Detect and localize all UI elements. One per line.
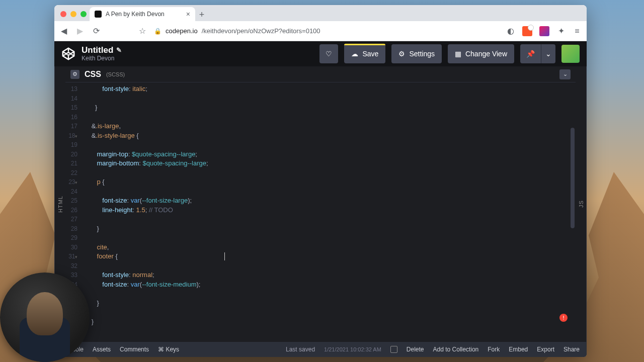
assets-button[interactable]: Assets (93, 346, 111, 353)
share-button[interactable]: Share (564, 346, 580, 353)
layout-icon: ▦ (455, 50, 461, 58)
codepen-header: Untitled ✎ Keith Devon ♡ ☁ Save ⚙ Settin… (54, 41, 587, 66)
panel-menu-icon[interactable]: ⌄ (559, 69, 571, 79)
webcam-overlay (0, 273, 90, 362)
comments-button[interactable]: Comments (120, 346, 149, 353)
new-tab-button[interactable]: + (195, 8, 208, 21)
embed-button[interactable]: Embed (509, 346, 528, 353)
export-button[interactable]: Export (537, 346, 554, 353)
fork-button[interactable]: Fork (488, 346, 500, 353)
editor-workspace: HTML ⚙ CSS (SCSS) ⌄ 131415161718 ▾192021… (54, 66, 587, 342)
pen-author[interactable]: Keith Devon (82, 55, 122, 62)
panel-sublang: (SCSS) (106, 71, 125, 77)
pen-title-block: Untitled ✎ Keith Devon (82, 46, 122, 62)
codepen-logo-icon[interactable] (61, 47, 75, 61)
last-saved-time: 1/21/2021 10:02:32 AM (324, 346, 381, 352)
popout-icon[interactable] (390, 346, 397, 353)
panel-lang: CSS (85, 70, 101, 79)
extension-triangle-icon[interactable] (539, 26, 549, 36)
translate-icon[interactable]: ◐ (506, 27, 515, 36)
browser-menu-icon[interactable]: ≡ (573, 27, 582, 36)
heart-icon: ♡ (326, 50, 332, 58)
extension-shield-icon[interactable] (522, 26, 532, 36)
pin-dropdown-button[interactable]: ⌄ (541, 44, 555, 63)
change-view-button[interactable]: ▦ Change View (448, 44, 514, 63)
change-view-label: Change View (465, 50, 507, 58)
url-field[interactable]: 🔒 codepen.io/keithdevon/pen/oNzOwzP?edit… (154, 27, 499, 35)
close-window-icon[interactable] (60, 11, 66, 17)
chevron-down-icon: ⌄ (545, 50, 551, 58)
extensions-icon[interactable]: ✦ (556, 27, 566, 36)
vertical-scrollbar[interactable] (571, 128, 575, 228)
nav-forward-icon: ▶ (75, 27, 85, 36)
browser-window: A Pen by Keith Devon × + ◀ ▶ ⟳ ☆ 🔒 codep… (54, 5, 587, 357)
save-button[interactable]: ☁ Save (344, 44, 385, 63)
css-panel-header: ⚙ CSS (SCSS) ⌄ (65, 66, 576, 82)
last-saved-label: Last saved (286, 346, 315, 353)
pin-icon: 📌 (526, 50, 535, 58)
pen-title[interactable]: Untitled (82, 46, 113, 55)
favicon-icon (95, 11, 102, 18)
panel-settings-icon[interactable]: ⚙ (70, 70, 79, 79)
url-host: codepen.io (166, 27, 198, 35)
address-bar: ◀ ▶ ⟳ ☆ 🔒 codepen.io/keithdevon/pen/oNzO… (54, 21, 587, 41)
browser-tab[interactable]: A Pen by Keith Devon × (90, 7, 195, 21)
add-collection-button[interactable]: Add to Collection (433, 346, 479, 353)
lock-icon: 🔒 (154, 28, 162, 35)
tab-close-icon[interactable]: × (186, 10, 190, 18)
js-panel-rail[interactable]: JS (576, 66, 587, 342)
maximize-window-icon[interactable] (80, 11, 87, 17)
text-cursor (224, 252, 225, 260)
settings-button[interactable]: ⚙ Settings (391, 44, 442, 63)
gear-icon: ⚙ (398, 50, 405, 58)
pin-button[interactable]: 📌 (520, 44, 541, 63)
settings-label: Settings (409, 50, 435, 58)
code-area[interactable]: 131415161718 ▾1920212223 ▾24252627282930… (65, 82, 576, 342)
window-controls (58, 11, 90, 21)
edit-title-icon[interactable]: ✎ (116, 47, 122, 54)
error-badge-icon[interactable]: ! (559, 314, 568, 322)
save-label: Save (362, 50, 378, 58)
bookmark-icon[interactable]: ☆ (138, 27, 147, 36)
nav-back-icon[interactable]: ◀ (59, 27, 68, 36)
cloud-icon: ☁ (351, 50, 358, 58)
delete-button[interactable]: Delete (407, 346, 424, 353)
codepen-app: Untitled ✎ Keith Devon ♡ ☁ Save ⚙ Settin… (54, 41, 587, 357)
tab-strip: A Pen by Keith Devon × + (54, 5, 587, 21)
css-editor-panel: ⚙ CSS (SCSS) ⌄ 131415161718 ▾1920212223 … (65, 66, 576, 342)
tab-title: A Pen by Keith Devon (106, 11, 165, 18)
minimize-window-icon[interactable] (70, 11, 76, 17)
reload-icon[interactable]: ⟳ (92, 27, 101, 36)
keys-button[interactable]: ⌘ Keys (158, 346, 179, 353)
heart-button[interactable]: ♡ (319, 44, 338, 63)
codepen-footer: Console Assets Comments ⌘ Keys Last save… (54, 342, 587, 357)
code-text[interactable]: font-style: italic; } &.is-large, &.is-s… (80, 82, 576, 342)
url-path: /keithdevon/pen/oNzOwzP?editors=0100 (202, 27, 320, 35)
user-avatar[interactable] (561, 45, 580, 63)
